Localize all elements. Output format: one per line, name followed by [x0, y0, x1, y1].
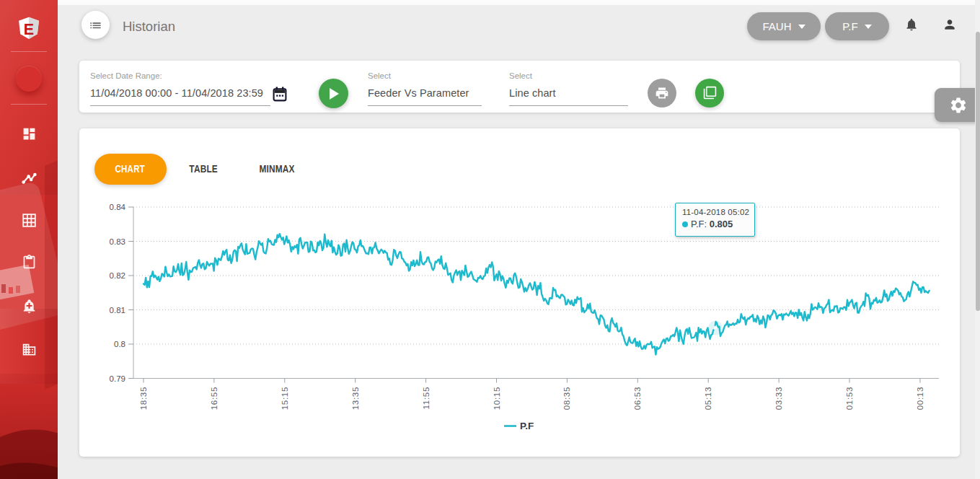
svg-text:13:35: 13:35 [351, 387, 360, 410]
svg-text:11:55: 11:55 [422, 387, 431, 409]
svg-text:0.82: 0.82 [110, 271, 125, 280]
svg-text:0.84: 0.84 [110, 203, 126, 211]
svg-text:0.83: 0.83 [110, 237, 125, 246]
svg-text:0.8: 0.8 [114, 340, 125, 348]
svg-text:15:15: 15:15 [281, 387, 289, 410]
svg-text:P.F: P.F [520, 421, 534, 431]
svg-text:10:15: 10:15 [493, 387, 501, 410]
svg-text:01:53: 01:53 [845, 387, 854, 410]
svg-text:08:35: 08:35 [562, 387, 571, 410]
svg-text:00:13: 00:13 [916, 387, 924, 410]
svg-text:E: E [24, 20, 34, 38]
svg-text:0.79: 0.79 [110, 374, 125, 383]
svg-text:05:13: 05:13 [704, 387, 712, 410]
svg-text:06:53: 06:53 [633, 387, 642, 410]
svg-text:16:55: 16:55 [210, 387, 218, 410]
svg-text:18:35: 18:35 [139, 387, 148, 410]
svg-text:0.81: 0.81 [110, 306, 125, 315]
svg-text:03:33: 03:33 [774, 387, 783, 410]
